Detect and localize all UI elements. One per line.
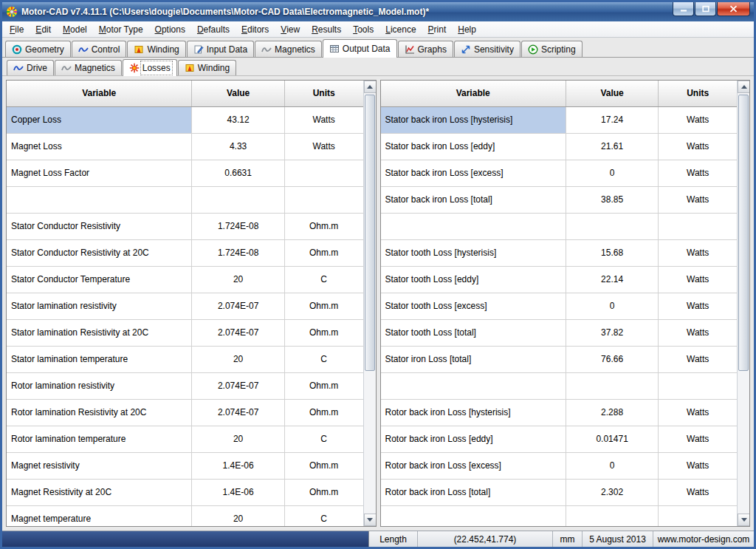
losses-icon	[129, 63, 140, 73]
tab-magnetics[interactable]: Magnetics	[255, 41, 322, 57]
table-row[interactable]	[381, 505, 738, 526]
scrollbar-thumb[interactable]	[738, 95, 749, 371]
units-cell	[659, 505, 737, 526]
maximize-button[interactable]	[695, 2, 716, 16]
scroll-down-button[interactable]	[364, 514, 377, 526]
table-row[interactable]: Magnet temperature20C	[7, 505, 363, 526]
winding-icon	[134, 44, 144, 55]
value-cell: 2.288	[566, 399, 658, 426]
table-row[interactable]: Stator tooth Loss [excess]0Watts	[381, 293, 738, 319]
value-cell: 0	[566, 293, 658, 319]
table-row[interactable]: Stator back iron Loss [eddy]21.61Watts	[381, 133, 738, 160]
subtab-magnetics[interactable]: Magnetics	[55, 60, 122, 75]
units-cell: Watts	[659, 106, 737, 133]
value-cell: 20	[192, 266, 284, 293]
table-row[interactable]: Stator Conductor Temperature20C	[7, 266, 363, 293]
subtab-losses[interactable]: Losses	[123, 59, 177, 76]
table-row[interactable]: Rotor lamination resistivity2.074E-07Ohm…	[7, 372, 363, 399]
subtab-drive[interactable]: Drive	[7, 60, 54, 75]
variable-cell: Stator tooth Loss [eddy]	[381, 266, 566, 293]
subtab-label: Magnetics	[75, 63, 115, 73]
variable-cell	[381, 372, 566, 399]
variable-cell: Stator iron Loss [total]	[381, 346, 566, 372]
table-row[interactable]: Copper Loss43.12Watts	[7, 106, 363, 133]
value-cell: 17.24	[566, 106, 658, 133]
table-row[interactable]: Rotor lamination temperature20C	[7, 426, 363, 452]
menu-defaults[interactable]: Defaults	[191, 22, 236, 37]
menu-edit[interactable]: Edit	[30, 22, 57, 37]
minimize-button[interactable]	[673, 2, 694, 16]
graphs-icon	[405, 44, 415, 55]
table-row[interactable]: Stator lamination resistivity2.074E-07Oh…	[7, 293, 363, 319]
table-row[interactable]: Stator tooth Loss [total]37.82Watts	[381, 319, 738, 346]
menu-bar: FileEditModelMotor TypeOptionsDefaultsEd…	[2, 21, 754, 38]
table-row[interactable]: Stator lamination temperature20C	[7, 346, 363, 372]
menu-file[interactable]: File	[4, 22, 30, 37]
close-button[interactable]	[717, 2, 750, 16]
table-row[interactable]: Stator back iron Loss [total]38.85Watts	[381, 186, 738, 213]
down-arrow-icon	[741, 518, 747, 522]
tab-input-data[interactable]: Input Data	[187, 41, 254, 57]
left-vertical-scrollbar[interactable]	[363, 81, 376, 526]
table-row[interactable]: Stator tooth Loss [eddy]22.14Watts	[381, 266, 738, 293]
menu-tools[interactable]: Tools	[347, 22, 379, 37]
column-header-variable: Variable	[381, 81, 566, 106]
table-row[interactable]: Stator Conductor Resistivity1.724E-08Ohm…	[7, 213, 363, 239]
value-cell: 1.724E-08	[192, 239, 284, 266]
value-cell: 2.074E-07	[192, 319, 284, 346]
menu-editors[interactable]: Editors	[236, 22, 275, 37]
table-row[interactable]: Magnet resistivity1.4E-06Ohm.m	[7, 452, 363, 479]
table-row[interactable]	[7, 186, 363, 213]
right-table-body: Stator back iron Loss [hysterisis]17.24W…	[381, 106, 738, 526]
units-cell: Watts	[659, 319, 737, 346]
value-cell	[566, 213, 658, 239]
table-row[interactable]: Rotor back iron Loss [excess]0Watts	[381, 452, 738, 479]
tab-output-data[interactable]: Output Data	[323, 39, 397, 58]
subtab-winding[interactable]: Winding	[178, 60, 236, 75]
right-vertical-scrollbar[interactable]	[737, 81, 749, 526]
tab-sensitivity[interactable]: Sensitivity	[454, 41, 520, 57]
table-row[interactable]: Stator iron Loss [total]76.66Watts	[381, 346, 738, 372]
menu-licence[interactable]: Licence	[379, 22, 422, 37]
menu-help[interactable]: Help	[452, 22, 482, 37]
menu-motor-type[interactable]: Motor Type	[93, 22, 149, 37]
scroll-down-button[interactable]	[738, 514, 750, 526]
table-row[interactable]: Rotor back iron Loss [hysterisis]2.288Wa…	[381, 399, 738, 426]
table-row[interactable]: Stator tooth Loss [hysterisis]15.68Watts	[381, 239, 738, 266]
table-row[interactable]: Magnet Resistivity at 20C1.4E-06Ohm.m	[7, 479, 363, 505]
tab-control[interactable]: Control	[72, 41, 127, 57]
tab-scripting[interactable]: Scripting	[521, 41, 583, 57]
menu-results[interactable]: Results	[306, 22, 347, 37]
units-cell: Watts	[659, 479, 737, 505]
table-row[interactable]: Stator lamination Resistivity at 20C2.07…	[7, 319, 363, 346]
table-row[interactable]: Rotor lamination Resistivity at 20C2.074…	[7, 399, 363, 426]
table-row[interactable]: Stator Conductor Resistivity at 20C1.724…	[7, 239, 363, 266]
table-row[interactable]: Magnet Loss4.33Watts	[7, 133, 363, 160]
scroll-up-button[interactable]	[738, 81, 750, 93]
table-row[interactable]	[381, 372, 738, 399]
table-row[interactable]: Stator back iron Loss [hysterisis]17.24W…	[381, 106, 738, 133]
scrollbar-thumb[interactable]	[365, 95, 375, 371]
variable-cell: Stator Conductor Resistivity at 20C	[7, 239, 192, 266]
table-row[interactable]: Stator back iron Loss [excess]0Watts	[381, 160, 738, 186]
scroll-up-button[interactable]	[364, 81, 377, 93]
value-cell: 20	[192, 426, 284, 452]
table-row[interactable]: Magnet Loss Factor0.6631	[7, 160, 363, 186]
tab-geometry[interactable]: Geometry	[5, 41, 71, 57]
menu-model[interactable]: Model	[57, 22, 93, 37]
table-row[interactable]: Rotor back iron Loss [total]2.302Watts	[381, 479, 738, 505]
menu-print[interactable]: Print	[422, 22, 453, 37]
menu-options[interactable]: Options	[149, 22, 191, 37]
variable-cell: Rotor lamination temperature	[7, 426, 192, 452]
value-cell: 76.66	[566, 346, 658, 372]
table-row[interactable]	[381, 213, 738, 239]
tab-winding[interactable]: Winding	[127, 41, 185, 57]
title-bar[interactable]: Motor-CAD v7.4.11.1 (C:\Users\dougie\Doc…	[2, 2, 754, 21]
status-length-label: Length	[369, 531, 418, 547]
tab-graphs[interactable]: Graphs	[398, 41, 453, 57]
menu-view[interactable]: View	[275, 22, 306, 37]
tab-label: Geometry	[25, 44, 64, 55]
table-row[interactable]: Rotor back iron Loss [eddy]0.01471Watts	[381, 426, 738, 452]
column-header-value: Value	[566, 81, 658, 106]
units-cell: C	[284, 346, 362, 372]
